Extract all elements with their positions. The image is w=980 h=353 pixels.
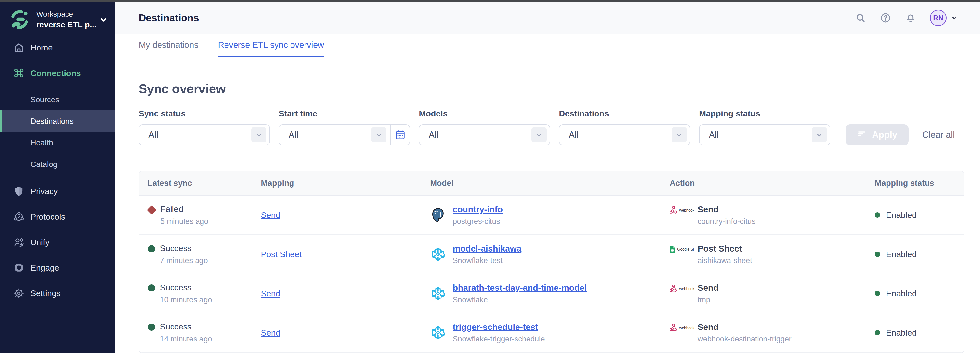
model-cell: country-info postgres-citus [430, 204, 670, 226]
calendar-icon[interactable] [390, 125, 409, 145]
filter-mapping-status: Mapping status All [699, 109, 830, 146]
action-destination: country-info-citus [698, 217, 756, 226]
sidebar-item-privacy[interactable]: Privacy [0, 179, 115, 204]
mapping-cell: Post Sheet [261, 250, 430, 259]
mapping-link[interactable]: Post Sheet [261, 250, 302, 259]
action-cell: webhooks Send country-info-citus [670, 204, 875, 226]
sidebar-item-home[interactable]: Home [0, 35, 115, 60]
model-cell: trigger-schedule-test Snowflake-trigger-… [430, 322, 670, 344]
sidebar-item-sources[interactable]: Sources [0, 89, 115, 110]
mapping-status-select[interactable]: All [699, 124, 830, 146]
workspace-switcher[interactable]: Workspace reverse ETL p... [0, 2, 115, 35]
sync-status-text: Success [160, 322, 212, 331]
postgres-icon [430, 207, 446, 223]
mapping-cell: Send [261, 211, 430, 220]
sidebar-item-label: Health [30, 138, 53, 147]
filter-models: Models All [419, 109, 550, 146]
failed-status-icon [147, 205, 156, 214]
sidebar: Workspace reverse ETL p... HomeConnectio… [0, 2, 115, 353]
sidebar-item-connections[interactable]: Connections [0, 60, 115, 86]
mapping-link[interactable]: Send [261, 289, 280, 298]
mapping-status-text: Enabled [886, 250, 917, 259]
mapping-link[interactable]: Send [261, 328, 280, 337]
model-source: Snowflake-test [453, 256, 522, 265]
engage-icon [13, 262, 24, 273]
action-name: Send [698, 204, 756, 214]
model-link[interactable]: bharath-test-day-and-time-model [453, 283, 587, 293]
table-row[interactable]: Failed 5 minutes ago Send country-info p… [139, 196, 964, 235]
sidebar-item-label: Sources [30, 95, 59, 104]
notifications-icon[interactable] [905, 12, 916, 24]
sidebar-item-settings[interactable]: Settings [0, 280, 115, 306]
sidebar-item-label: Engage [30, 263, 59, 272]
start-time-select[interactable]: All [279, 124, 410, 146]
mapping-status-text: Enabled [886, 211, 917, 220]
page-header: Destinations RN [115, 2, 980, 34]
table-row[interactable]: Success 14 minutes ago Send trigger-sche… [139, 313, 964, 353]
action-cell: webhooks Send tmp [670, 283, 875, 304]
apply-label: Apply [872, 130, 897, 140]
model-link[interactable]: model-aishikawa [453, 244, 522, 253]
column-header-mapping-status: Mapping status [875, 179, 964, 188]
model-link[interactable]: country-info [453, 204, 503, 214]
chevron-down-icon [531, 127, 547, 142]
sync-status-select[interactable]: All [138, 124, 270, 146]
select-value: All [429, 130, 531, 140]
sidebar-nav: HomeConnectionsSourcesDestinationsHealth… [0, 35, 115, 353]
mapping-status-cell: Enabled [875, 250, 964, 259]
chevron-down-icon [812, 127, 827, 142]
models-select[interactable]: All [419, 124, 550, 146]
content: Sync overview Sync status All Start time… [115, 57, 980, 353]
page-title: Destinations [138, 12, 199, 24]
select-value: All [709, 130, 812, 140]
tabs: My destinationsReverse ETL sync overview [115, 34, 980, 57]
latest-sync-cell: Failed 5 minutes ago [148, 204, 261, 226]
filter-start-time: Start time All [279, 109, 410, 146]
mapping-status-cell: Enabled [875, 328, 964, 337]
account-menu[interactable]: RN [930, 9, 958, 26]
filter-destinations: Destinations All [559, 109, 690, 146]
table-row[interactable]: Success 7 minutes ago Post Sheet model-a… [139, 235, 964, 274]
snowflake-icon [430, 246, 446, 262]
enabled-status-dot [875, 212, 880, 218]
filter-label: Models [419, 109, 550, 119]
apply-button[interactable]: Apply [846, 124, 908, 146]
sync-status-text: Success [160, 244, 208, 253]
privacy-icon [13, 185, 24, 197]
mapping-status-cell: Enabled [875, 289, 964, 298]
enabled-status-dot [875, 291, 880, 296]
action-name: Post Sheet [698, 244, 752, 253]
column-header-latest-sync: Latest sync [148, 179, 261, 188]
help-icon[interactable] [880, 12, 891, 24]
search-icon[interactable] [855, 12, 866, 24]
filter-label: Sync status [138, 109, 270, 119]
column-header-mapping: Mapping [261, 179, 430, 188]
caret-down-icon [950, 14, 958, 22]
sidebar-item-destinations[interactable]: Destinations [0, 110, 115, 132]
table-row[interactable]: Success 10 minutes ago Send bharath-test… [139, 274, 964, 313]
sidebar-item-engage[interactable]: Engage [0, 255, 115, 280]
sidebar-item-catalog[interactable]: Catalog [0, 154, 115, 175]
sidebar-item-label: Privacy [30, 187, 58, 196]
select-value: All [569, 130, 671, 140]
success-status-icon [148, 324, 155, 331]
select-value: All [148, 130, 251, 140]
table-header-row: Latest syncMappingModelActionMapping sta… [139, 171, 964, 196]
sidebar-item-unify[interactable]: Unify [0, 230, 115, 255]
avatar[interactable]: RN [930, 9, 947, 26]
model-cell: model-aishikawa Snowflake-test [430, 244, 670, 265]
latest-sync-cell: Success 7 minutes ago [148, 244, 261, 265]
sidebar-item-health[interactable]: Health [0, 132, 115, 154]
action-destination: aishikawa-sheet [698, 256, 752, 265]
tab-my-destinations[interactable]: My destinations [138, 34, 198, 57]
select-value: All [288, 130, 371, 140]
chevron-down-icon[interactable] [98, 14, 108, 25]
column-header-action: Action [670, 179, 875, 188]
destinations-select[interactable]: All [559, 124, 690, 146]
clear-all-button[interactable]: Clear all [922, 130, 955, 140]
section-heading: Sync overview [138, 81, 964, 96]
model-link[interactable]: trigger-schedule-test [453, 322, 538, 332]
tab-reverse-etl-sync-overview[interactable]: Reverse ETL sync overview [218, 34, 324, 57]
mapping-link[interactable]: Send [261, 211, 280, 220]
sidebar-item-protocols[interactable]: Protocols [0, 204, 115, 230]
